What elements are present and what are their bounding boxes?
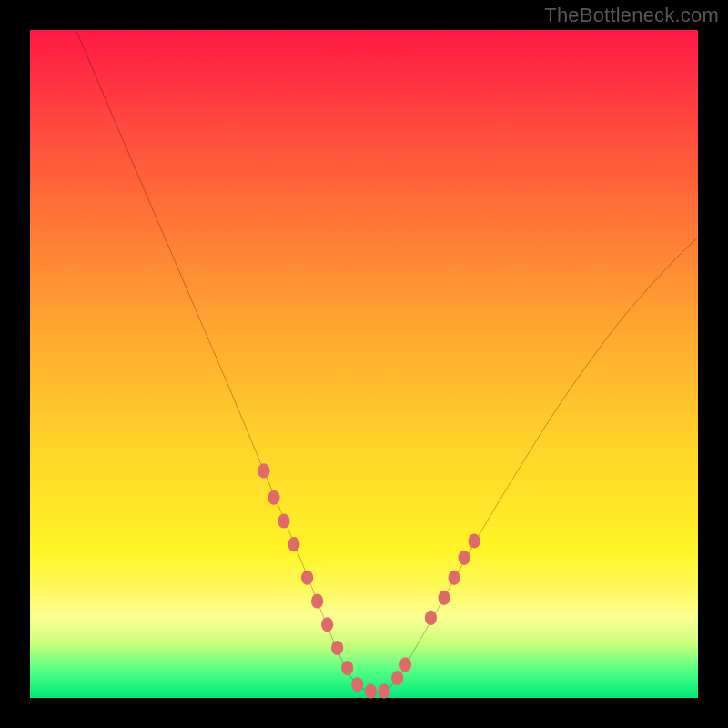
marker-point (425, 611, 437, 625)
marker-point (378, 684, 389, 699)
marker-point (341, 661, 353, 675)
marker-point (469, 533, 480, 548)
chart-frame: TheBottleneck.com (0, 0, 728, 728)
marker-point (268, 490, 279, 505)
watermark-text: TheBottleneck.com (544, 4, 719, 27)
marker-point (288, 537, 299, 551)
highlight-markers (258, 463, 480, 698)
marker-point (351, 677, 363, 692)
marker-point (321, 617, 333, 632)
marker-point (311, 593, 323, 608)
bottleneck-curve-line (30, 0, 698, 693)
marker-point (258, 463, 269, 478)
marker-point (391, 671, 403, 685)
marker-point (458, 551, 470, 565)
marker-point (365, 684, 377, 699)
marker-point (278, 513, 289, 528)
bottleneck-chart (30, 30, 698, 698)
marker-point (301, 571, 313, 585)
marker-point (331, 641, 343, 655)
marker-point (399, 657, 411, 672)
marker-point (448, 571, 460, 585)
marker-point (438, 591, 450, 605)
